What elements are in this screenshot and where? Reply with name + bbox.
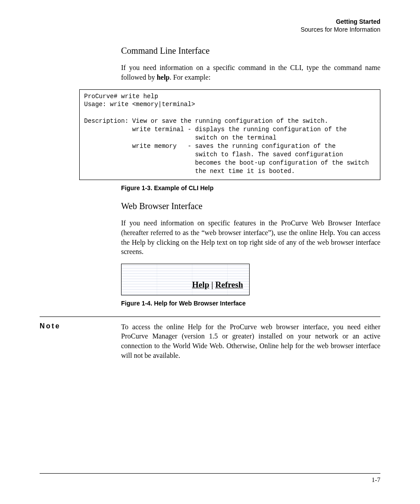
page: Getting Started Sources for More Informa… <box>0 0 420 504</box>
refresh-link[interactable]: Refresh <box>215 280 243 289</box>
cli-help-output-box: ProCurve# write help Usage: write <memor… <box>79 89 380 180</box>
body-column-1: Command Line Interface If you need infor… <box>121 46 380 82</box>
cli-intro-paragraph: If you need information on a specific co… <box>121 63 380 82</box>
cli-intro-post: . For example: <box>169 74 210 81</box>
body-column-2: Figure 1-3. Example of CLI Help Web Brow… <box>121 184 380 306</box>
note-body: To access the online Help for the ProCur… <box>121 322 380 360</box>
section-heading-web: Web Browser Interface <box>121 201 380 211</box>
header-subtitle: Sources for More Information <box>40 26 380 33</box>
note-block: Note To access the online Help for the P… <box>40 316 380 360</box>
section-heading-cli: Command Line Interface <box>121 46 380 56</box>
page-footer: 1-7 <box>40 473 380 484</box>
figure-1-3-caption: Figure 1-3. Example of CLI Help <box>121 184 380 191</box>
screenshot-links: Help | Refresh <box>192 280 243 290</box>
figure-1-4-caption: Figure 1-4. Help for Web Browser Interfa… <box>121 300 380 307</box>
page-number: 1-7 <box>372 476 380 483</box>
link-separator: | <box>209 280 215 289</box>
cli-intro-bold: help <box>157 74 169 81</box>
web-intro-paragraph: If you need information on specific feat… <box>121 218 380 256</box>
note-label: Note <box>40 322 121 330</box>
running-header: Getting Started Sources for More Informa… <box>40 18 380 33</box>
header-title: Getting Started <box>40 18 380 26</box>
web-help-screenshot: Help | Refresh <box>121 264 250 295</box>
help-link[interactable]: Help <box>192 280 209 289</box>
